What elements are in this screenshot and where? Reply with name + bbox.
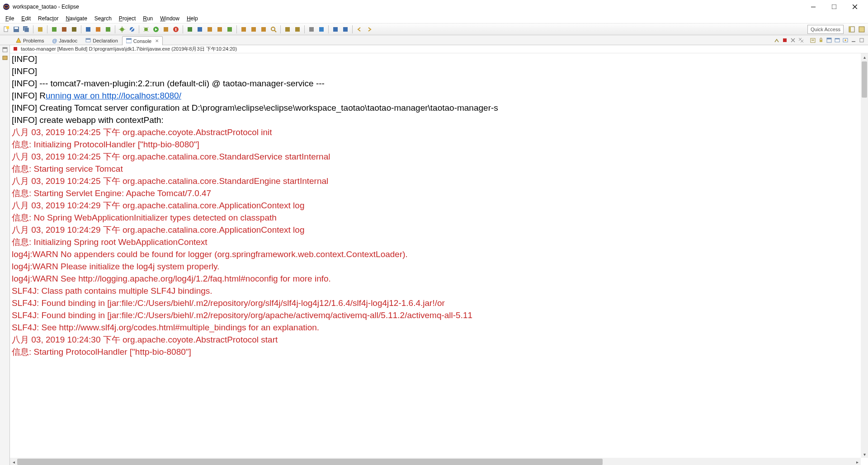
console-action-icon[interactable]	[773, 37, 780, 44]
toolbar-btn[interactable]	[50, 25, 59, 34]
left-trim-stack	[0, 45, 10, 465]
console-link[interactable]: unning war on http://localhost:8080/	[46, 91, 181, 100]
run-last-button[interactable]	[161, 25, 170, 34]
tab-problems[interactable]: Problems	[12, 36, 48, 45]
scroll-down-icon[interactable]: ▾	[861, 451, 868, 458]
menu-edit[interactable]: Edit	[18, 14, 34, 23]
terminate-button[interactable]	[781, 37, 788, 44]
svg-rect-37	[3, 56, 7, 60]
new-button[interactable]	[2, 25, 11, 34]
save-all-button[interactable]	[22, 25, 31, 34]
debug-button[interactable]	[118, 25, 127, 34]
tab-label: Problems	[23, 38, 44, 43]
svg-rect-2	[811, 7, 816, 7]
external-tools-button[interactable]	[171, 25, 180, 34]
remove-launch-button[interactable]	[789, 37, 797, 44]
toolbar-btn[interactable]	[307, 25, 316, 34]
display-selected-console-button[interactable]	[834, 37, 841, 44]
back-button[interactable]	[355, 25, 364, 34]
svg-rect-19	[849, 27, 851, 32]
tab-declaration[interactable]: Declaration	[81, 36, 122, 45]
menu-project[interactable]: Project	[115, 14, 139, 23]
svg-rect-34	[860, 38, 863, 42]
toolbar-btn[interactable]	[215, 25, 224, 34]
toolbar-btn[interactable]	[84, 25, 93, 34]
svg-rect-20	[859, 27, 864, 32]
menu-window[interactable]: Window	[156, 14, 183, 23]
svg-point-10	[120, 28, 124, 31]
toolbar-btn[interactable]	[94, 25, 103, 34]
svg-rect-29	[827, 38, 831, 39]
forward-button[interactable]	[365, 25, 374, 34]
toolbar-btn[interactable]	[185, 25, 194, 34]
minimize-view-button[interactable]	[850, 37, 857, 44]
scroll-thumb[interactable]	[17, 459, 603, 465]
menu-navigate[interactable]: Navigate	[62, 14, 90, 23]
menu-help[interactable]: Help	[183, 14, 202, 23]
tab-label: Javadoc	[59, 38, 77, 43]
svg-point-17	[271, 27, 275, 31]
toolbar-btn[interactable]	[317, 25, 326, 34]
svg-rect-36	[3, 47, 7, 49]
toolbar-btn[interactable]	[104, 25, 113, 34]
scroll-up-icon[interactable]: ▴	[861, 53, 868, 61]
scroll-lock-button[interactable]	[817, 37, 825, 44]
restore-view-icon[interactable]	[1, 46, 9, 53]
menu-refactor[interactable]: Refactor	[34, 14, 62, 23]
scroll-thumb[interactable]	[862, 61, 867, 98]
skip-breakpoints-button[interactable]	[127, 25, 137, 34]
svg-rect-5	[6, 26, 9, 29]
console-output[interactable]: [INFO] [INFO] [INFO] --- tomcat7-maven-p…	[10, 53, 861, 458]
toolbar-btn[interactable]	[70, 25, 79, 34]
toolbar-btn[interactable]	[341, 25, 350, 34]
horizontal-scrollbar[interactable]: ◂ ▸	[10, 458, 861, 465]
maximize-view-button[interactable]	[858, 37, 865, 44]
svg-rect-24	[126, 38, 132, 40]
open-console-button[interactable]	[842, 37, 849, 44]
toolbar-btn[interactable]	[36, 25, 45, 34]
java-perspective-button[interactable]	[857, 25, 866, 34]
scroll-left-icon[interactable]: ◂	[10, 458, 17, 465]
console-description: taotao-manager [Maven Build] D:\program\…	[10, 45, 868, 53]
terminate-icon	[13, 46, 19, 52]
minimize-button[interactable]	[803, 0, 824, 14]
toolbar-btn[interactable]	[195, 25, 204, 34]
at-icon: @	[52, 38, 57, 43]
open-perspective-button[interactable]	[847, 25, 856, 34]
toolbar-btn[interactable]	[205, 25, 214, 34]
remove-all-launches-button[interactable]	[797, 37, 805, 44]
toolbar-btn[interactable]	[225, 25, 234, 34]
package-explorer-icon[interactable]	[1, 54, 9, 61]
vertical-scrollbar[interactable]: ▴ ▾	[861, 53, 868, 458]
clear-console-button[interactable]	[809, 37, 816, 44]
menu-run[interactable]: Run	[139, 14, 156, 23]
console-icon	[126, 38, 132, 44]
warning-icon	[16, 38, 21, 44]
titlebar: workspace_taotao - Eclipse	[0, 0, 868, 14]
svg-rect-38	[14, 47, 17, 51]
debug-run-button[interactable]	[142, 25, 151, 34]
toolbar-btn[interactable]	[249, 25, 258, 34]
toolbar-btn[interactable]	[283, 25, 292, 34]
toolbar-btn[interactable]	[60, 25, 69, 34]
toolbar-btn[interactable]	[239, 25, 248, 34]
tab-console[interactable]: Console ✕	[122, 36, 163, 45]
tab-label: Declaration	[93, 38, 118, 43]
toolbar-btn[interactable]	[259, 25, 268, 34]
menu-search[interactable]: Search	[91, 14, 115, 23]
quick-access-input[interactable]: Quick Access	[807, 25, 844, 34]
run-button[interactable]	[151, 25, 160, 34]
search-button[interactable]	[269, 25, 278, 34]
close-icon[interactable]: ✕	[155, 38, 159, 43]
svg-rect-3	[832, 5, 836, 9]
pin-console-button[interactable]	[826, 37, 833, 44]
close-button[interactable]	[844, 0, 865, 14]
menu-file[interactable]: File	[2, 14, 18, 23]
svg-rect-27	[820, 40, 822, 42]
maximize-button[interactable]	[824, 0, 844, 14]
save-button[interactable]	[12, 25, 21, 34]
tab-javadoc[interactable]: @ Javadoc	[48, 36, 81, 45]
toolbar-btn[interactable]	[293, 25, 302, 34]
toolbar-btn[interactable]	[331, 25, 340, 34]
scroll-right-icon[interactable]: ▸	[854, 458, 861, 465]
